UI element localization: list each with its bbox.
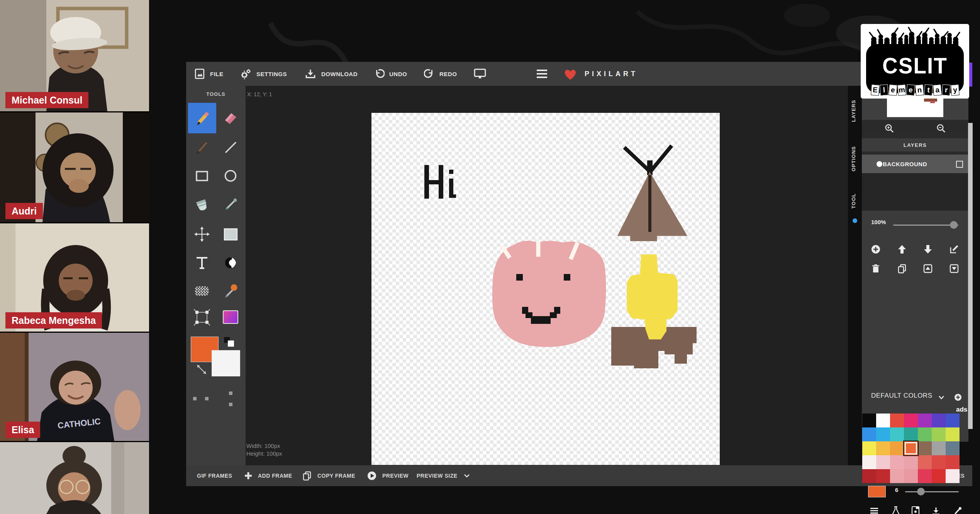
- participant-tile[interactable]: Michael Consul: [0, 0, 149, 111]
- fullscreen-button[interactable]: [474, 62, 486, 86]
- palette-swatch[interactable]: [932, 441, 946, 455]
- move-layer-up-button[interactable]: [894, 243, 910, 256]
- palette-swatch[interactable]: [876, 469, 890, 483]
- add-layer-button[interactable]: [867, 243, 884, 256]
- tab-layers[interactable]: LAYERS: [851, 100, 856, 122]
- palette-swatch[interactable]: [876, 441, 890, 455]
- palette-swatch[interactable]: [890, 427, 904, 441]
- tab-tool[interactable]: TOOL: [851, 193, 856, 209]
- palette-swatch[interactable]: [918, 427, 932, 441]
- zoom-out-icon[interactable]: [936, 123, 946, 133]
- palette-swatch[interactable]: [862, 414, 876, 427]
- palette-swatch[interactable]: [904, 469, 918, 483]
- palette-swatch[interactable]: [932, 414, 946, 427]
- palette-swatch[interactable]: [862, 441, 876, 455]
- tool-paint-brush[interactable]: [189, 135, 215, 159]
- add-frame-button[interactable]: ADD FRAME: [244, 465, 292, 486]
- palette-swatch[interactable]: [918, 414, 932, 427]
- palette-swatch[interactable]: [876, 455, 890, 469]
- palette-swatch[interactable]: [918, 455, 932, 469]
- palette-swatch[interactable]: [904, 414, 918, 427]
- palette-swatch[interactable]: [862, 455, 876, 469]
- preview-button[interactable]: PREVIEW: [367, 465, 409, 486]
- tool-shading[interactable]: [218, 251, 243, 275]
- tool-color-picker[interactable]: [218, 193, 243, 217]
- palette-swatch[interactable]: [946, 441, 960, 455]
- opacity-slider-thumb[interactable]: [950, 221, 958, 229]
- settings-button[interactable]: SETTINGS: [240, 62, 287, 86]
- tool-eraser[interactable]: [218, 106, 243, 130]
- copy-frame-button[interactable]: COPY FRAME: [302, 465, 355, 486]
- palette-swatch[interactable]: [946, 414, 960, 427]
- tool-transform[interactable]: [189, 305, 215, 329]
- current-color-swatch[interactable]: [868, 486, 886, 497]
- palette-swatch[interactable]: [946, 427, 960, 441]
- drawing-canvas[interactable]: [371, 113, 720, 465]
- brush-size-slider[interactable]: [905, 491, 959, 492]
- page-drop-icon[interactable]: [911, 506, 920, 514]
- tool-dither[interactable]: [189, 279, 215, 303]
- palette-swatch[interactable]: [904, 455, 918, 469]
- tool-paint-bucket[interactable]: [189, 193, 215, 217]
- palette-swatch[interactable]: [904, 441, 918, 455]
- palette-swatch[interactable]: [932, 427, 946, 441]
- tool-color-replace[interactable]: [218, 279, 243, 303]
- brush-size-slider-thumb[interactable]: [917, 488, 925, 495]
- palette-swatch[interactable]: [932, 455, 946, 469]
- secondary-color-swatch[interactable]: [212, 350, 240, 376]
- tool-rectangle[interactable]: [189, 164, 215, 188]
- layer-row-background[interactable]: BACKGROUND: [862, 155, 968, 173]
- tool-circle[interactable]: [218, 164, 243, 188]
- file-button[interactable]: FILE: [195, 62, 224, 86]
- palette-swatch[interactable]: [904, 427, 918, 441]
- menu-button[interactable]: [537, 62, 547, 86]
- merge-layer-down-button[interactable]: [946, 262, 963, 275]
- swap-arrow-icon[interactable]: [195, 363, 208, 376]
- palette-swatch[interactable]: [890, 441, 904, 455]
- list-icon[interactable]: [870, 507, 879, 514]
- undo-button[interactable]: UNDO: [374, 62, 407, 86]
- duplicate-layer-button[interactable]: [894, 262, 910, 275]
- layer-checkbox[interactable]: [956, 161, 963, 168]
- tool-gradient[interactable]: [218, 305, 243, 329]
- tool-text[interactable]: [189, 251, 215, 275]
- download-small-icon[interactable]: [931, 507, 941, 514]
- panel-scrollbar[interactable]: [968, 123, 973, 429]
- palette-swatch[interactable]: [918, 441, 932, 455]
- palette-swatch[interactable]: [890, 414, 904, 427]
- participant-tile[interactable]: CATHOLIC Elisa: [0, 333, 149, 441]
- add-color-icon[interactable]: [954, 393, 962, 402]
- palette-swatch[interactable]: [876, 427, 890, 441]
- tool-line[interactable]: [218, 135, 243, 159]
- layer-visibility-dot[interactable]: [877, 161, 882, 167]
- palette-swatch[interactable]: [946, 455, 960, 469]
- swap-colors-icon[interactable]: [223, 336, 236, 348]
- palette-swatch[interactable]: [946, 469, 960, 483]
- tool-move[interactable]: [189, 222, 215, 246]
- participant-tile[interactable]: Audri: [0, 112, 149, 222]
- tool-pencil[interactable]: [188, 103, 216, 133]
- merge-layer-up-button[interactable]: [919, 262, 936, 275]
- edit-layer-button[interactable]: [946, 243, 963, 256]
- palette-swatch[interactable]: [876, 414, 890, 427]
- tool-select[interactable]: [218, 222, 243, 246]
- brand-home[interactable]: PIXILART: [562, 62, 638, 86]
- preview-size-dropdown[interactable]: PREVIEW SIZE: [417, 465, 470, 486]
- palette-swatch[interactable]: [862, 427, 876, 441]
- palette-swatch[interactable]: [862, 469, 876, 483]
- participant-tile[interactable]: Rabeca Mengesha: [0, 223, 149, 332]
- tab-options[interactable]: OPTIONS: [851, 146, 856, 172]
- delete-layer-button[interactable]: [867, 262, 884, 275]
- opacity-slider[interactable]: [893, 225, 958, 226]
- participant-tile[interactable]: [0, 442, 149, 514]
- palette-swatch[interactable]: [890, 469, 904, 483]
- palette-swatch[interactable]: [932, 469, 946, 483]
- zoom-in-icon[interactable]: [884, 123, 894, 133]
- palette-chevron-icon[interactable]: [938, 395, 944, 400]
- move-layer-down-button[interactable]: [919, 243, 936, 256]
- download-button[interactable]: DOWNLOAD: [305, 62, 358, 86]
- palette-swatch[interactable]: [890, 455, 904, 469]
- palette-swatch[interactable]: [918, 469, 932, 483]
- eyedropper-icon[interactable]: [953, 506, 962, 514]
- flask-icon[interactable]: [891, 506, 900, 514]
